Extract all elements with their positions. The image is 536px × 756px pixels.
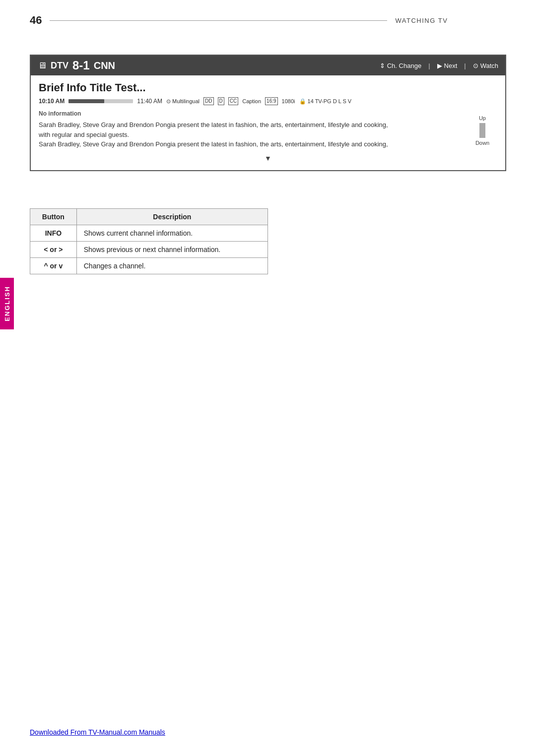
tv-controls: ⇕ Ch. Change | ▶ Next | ⊙ Watch [380, 62, 498, 69]
badge-dd: DD [203, 97, 213, 105]
scrollbar[interactable]: Up Down [475, 115, 489, 146]
col-header-description: Description [76, 209, 268, 225]
dtv-label: DTV [51, 61, 68, 71]
ctrl-divider2: | [464, 62, 466, 69]
no-info-label: No information [39, 110, 497, 117]
section-title: WATCHING TV [395, 17, 448, 24]
description-block: Sarah Bradley, Steve Gray and Brendon Po… [39, 120, 497, 149]
next-label: Next [444, 62, 458, 69]
ch-change-control[interactable]: ⇕ Ch. Change [380, 62, 421, 69]
desc-cell-0: Shows current channel information. [76, 225, 268, 242]
download-link[interactable]: Downloaded From TV-Manual.com Manuals [30, 728, 165, 736]
time-bar: 10:10 AM 11:40 AM ⊙ Multilingual DD D CC… [39, 97, 497, 105]
progress-bar [68, 99, 133, 103]
ctrl-divider1: | [428, 62, 430, 69]
tag-caption: Caption [242, 98, 261, 104]
button-cell-1: < or > [30, 242, 77, 258]
dtv-icon: 🖥 [38, 61, 47, 71]
watch-label: Watch [480, 62, 498, 69]
description-line3: Sarah Bradley, Steve Gray and Brendon Po… [39, 139, 472, 149]
progress-fill [68, 99, 104, 103]
channel-name: CNN [94, 60, 115, 71]
page-number: 46 [30, 14, 42, 27]
ch-change-label: Ch. Change [387, 62, 421, 69]
info-table: Button Description INFO Shows current ch… [30, 208, 268, 274]
badge-d: D [218, 97, 224, 105]
next-arrow-icon: ▶ [437, 62, 442, 69]
tag-lock: 🔒 14 TV-PG D L S V [299, 98, 352, 105]
description-wrapper: No information Sarah Bradley, Steve Gray… [39, 110, 497, 149]
channel-number: 8-1 [72, 59, 90, 72]
time-end: 11:40 AM [137, 98, 162, 105]
table-row: < or > Shows previous or next channel in… [30, 242, 268, 258]
tv-info-panel: 🖥 DTV 8-1 CNN ⇕ Ch. Change | ▶ Next | ⊙ … [30, 55, 506, 171]
badge-169: 16:9 [265, 97, 277, 105]
scroll-down-label: Down [475, 140, 489, 146]
language-label: ENGLISH [3, 286, 11, 321]
tag-multilingual: ⊙ Multilingual [166, 98, 200, 105]
tv-topbar: 🖥 DTV 8-1 CNN ⇕ Ch. Change | ▶ Next | ⊙ … [31, 56, 505, 75]
table-row: ^ or v Changes a channel. [30, 258, 268, 274]
description-line2: with regular and special guests. [39, 130, 472, 140]
down-arrow-icon: ▼ [39, 154, 497, 162]
channel-info: 🖥 DTV 8-1 CNN [38, 59, 115, 72]
updown-icon: ⇕ [380, 62, 385, 69]
program-title: Brief Info Title Test... [39, 81, 497, 94]
language-sidebar: ENGLISH [0, 278, 14, 329]
table-header-row: Button Description [30, 209, 268, 225]
next-control[interactable]: ▶ Next [437, 62, 458, 69]
desc-cell-1: Shows previous or next channel informati… [76, 242, 268, 258]
time-start: 10:10 AM [39, 98, 65, 105]
col-header-button: Button [30, 209, 77, 225]
footer-link[interactable]: Downloaded From TV-Manual.com Manuals [30, 728, 165, 736]
description-line1: Sarah Bradley, Steve Gray and Brendon Po… [39, 120, 472, 130]
header-divider [50, 20, 387, 21]
table-row: INFO Shows current channel information. [30, 225, 268, 242]
badge-cc: CC [228, 97, 238, 105]
button-cell-2: ^ or v [30, 258, 77, 274]
tag-1080i: 1080i [282, 98, 295, 104]
scroll-thumb[interactable] [479, 123, 485, 138]
tv-content: Brief Info Title Test... 10:10 AM 11:40 … [31, 75, 505, 170]
desc-cell-2: Changes a channel. [76, 258, 268, 274]
watch-control[interactable]: ⊙ Watch [473, 62, 498, 69]
button-cell-0: INFO [30, 225, 77, 242]
page-header: 46 WATCHING TV [30, 14, 448, 27]
watch-circle-icon: ⊙ [473, 62, 478, 69]
scroll-up-label: Up [479, 115, 486, 121]
